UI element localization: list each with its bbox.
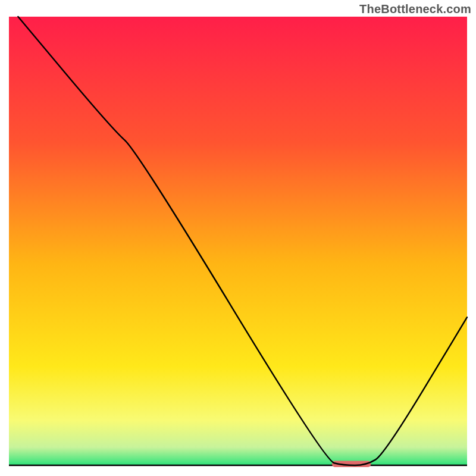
chart-stage: TheBottleneck.com [0,0,476,476]
gradient-background [9,17,467,465]
bottleneck-chart [0,0,476,476]
